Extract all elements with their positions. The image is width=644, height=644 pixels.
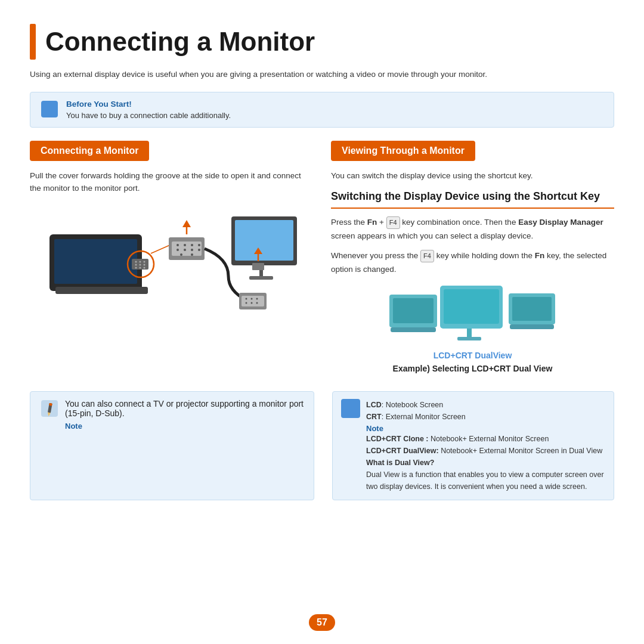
fn-key-label: Fn: [367, 218, 377, 227]
crt-desc: : External Monitor Screen: [382, 413, 466, 421]
svg-point-17: [177, 244, 179, 246]
svg-point-24: [198, 249, 200, 251]
svg-point-9: [139, 264, 141, 266]
before-content: Before You Start! You have to buy a conn…: [66, 100, 231, 120]
title-accent-bar: [30, 24, 36, 60]
note-box-right: LCD: Notebook Screen CRT: External Monit…: [332, 391, 614, 500]
svg-point-41: [245, 302, 247, 304]
svg-point-12: [139, 267, 141, 269]
lcd-crt-label: LCD+CRT DualView: [434, 351, 512, 360]
before-title: Before You Start!: [66, 100, 231, 109]
svg-point-11: [135, 267, 137, 269]
svg-rect-32: [249, 276, 273, 280]
svg-point-42: [250, 302, 252, 304]
note-right-content: LCD: Notebook Screen CRT: External Monit…: [366, 399, 605, 493]
svg-point-22: [184, 249, 186, 251]
note-box-left: You can also connect a TV or projector s…: [30, 391, 314, 500]
what-is-dual-view-label: What is Dual View?: [366, 459, 434, 467]
note-right-clone: LCD+CRT Clone : Notebook+ External Monit…: [366, 433, 605, 493]
svg-point-39: [250, 298, 252, 300]
svg-point-40: [256, 298, 258, 300]
fn-key-label2: Fn: [535, 251, 545, 260]
svg-point-7: [143, 261, 145, 263]
svg-point-18: [184, 244, 186, 246]
lcd-crt-dualview: Notebook+ External Monitor Screen in Dua…: [439, 447, 603, 455]
left-section-header: Connecting a Monitor: [30, 141, 149, 161]
page: Connecting a Monitor Using an external d…: [0, 0, 644, 644]
left-column: Connecting a Monitor Pull the cover forw…: [30, 141, 313, 381]
key-icon2: F4: [420, 250, 434, 262]
intro-text: Using an external display device is usef…: [30, 68, 566, 81]
note-right-text: LCD: Notebook Screen CRT: External Monit…: [366, 399, 605, 423]
note-right-label: Note: [366, 424, 605, 433]
svg-point-8: [135, 264, 137, 266]
para1-rest: screen appears in which you can select a…: [331, 231, 533, 240]
sub-heading: Switching the Display Device using the S…: [331, 189, 614, 209]
crt-label: CRT: [366, 413, 382, 421]
svg-rect-53: [510, 324, 554, 329]
lcd-label: LCD: [366, 401, 382, 409]
bottom-notes-row: You can also connect a TV or projector s…: [30, 391, 614, 500]
left-section-body: Pull the cover forwards holding the groo…: [30, 169, 313, 195]
svg-rect-2: [55, 287, 148, 294]
svg-point-10: [143, 264, 145, 266]
lcd-desc: : Notebook Screen: [382, 401, 444, 409]
fn-key-para1: Press the Fn + F4 key combination once. …: [331, 216, 614, 243]
svg-rect-45: [393, 298, 434, 323]
pencil-icon: [40, 399, 59, 420]
fn-key-para2: Whenever you press the F4 key while hold…: [331, 249, 614, 277]
before-you-start-box: Before You Start! You have to buy a conn…: [30, 92, 614, 128]
what-is-dual-view-desc: Dual View is a function that enables you…: [366, 470, 604, 491]
svg-marker-28: [182, 220, 191, 227]
note-left-text: You can also connect a TV or projector s…: [65, 399, 304, 418]
lcd-crt-dualview-b: LCD+CRT DualView:: [366, 447, 439, 455]
title-row: Connecting a Monitor: [30, 24, 614, 60]
svg-point-23: [191, 249, 193, 251]
example-caption: Example) Selecting LCD+CRT Dual View: [331, 364, 614, 373]
note-left-label: Note: [65, 422, 304, 431]
page-title: Connecting a Monitor: [45, 27, 315, 57]
lcd-crt-clone-b: LCD+CRT Clone :: [366, 435, 429, 443]
svg-point-5: [135, 261, 137, 263]
note-left-content: You can also connect a TV or projector s…: [65, 399, 304, 431]
svg-rect-33: [252, 263, 264, 270]
svg-point-20: [198, 244, 200, 246]
svg-rect-52: [512, 297, 552, 321]
svg-rect-48: [444, 289, 499, 324]
easy-display-manager-label: Easy Display Manager: [518, 218, 603, 227]
svg-point-43: [256, 302, 258, 304]
svg-rect-49: [467, 329, 472, 338]
lcd-crt-illustration: LCD+CRT DualView: [331, 283, 614, 360]
svg-rect-50: [457, 337, 481, 340]
svg-point-13: [143, 267, 145, 269]
right-column: Viewing Through a Monitor You can switch…: [331, 141, 614, 381]
svg-rect-30: [235, 220, 293, 261]
right-section-intro: You can switch the display device using …: [331, 169, 614, 182]
svg-point-25: [180, 253, 182, 256]
right-section-header: Viewing Through a Monitor: [331, 141, 475, 161]
pencil-svg: [40, 399, 59, 418]
svg-point-21: [177, 249, 179, 251]
svg-point-38: [245, 298, 247, 300]
two-column-layout: Connecting a Monitor Pull the cover forw…: [30, 141, 614, 381]
page-number: 57: [309, 614, 335, 631]
before-description: You have to buy a connection cable addit…: [66, 111, 231, 120]
monitor-illustration: [30, 203, 313, 323]
svg-rect-1: [54, 239, 137, 284]
svg-point-26: [191, 253, 193, 256]
lcd-crt-clone: Notebook+ External Monitor Screen: [429, 435, 549, 443]
lcd-crt-svg: [383, 283, 562, 348]
svg-rect-46: [391, 327, 436, 332]
before-icon: [41, 101, 58, 117]
note-right-blue-icon: [341, 399, 360, 418]
svg-point-19: [191, 244, 193, 246]
monitor-diagram-svg: [44, 205, 300, 321]
svg-point-6: [139, 261, 141, 263]
svg-rect-37: [242, 296, 264, 306]
svg-rect-16: [172, 242, 202, 256]
key-icon: F4: [386, 216, 400, 229]
